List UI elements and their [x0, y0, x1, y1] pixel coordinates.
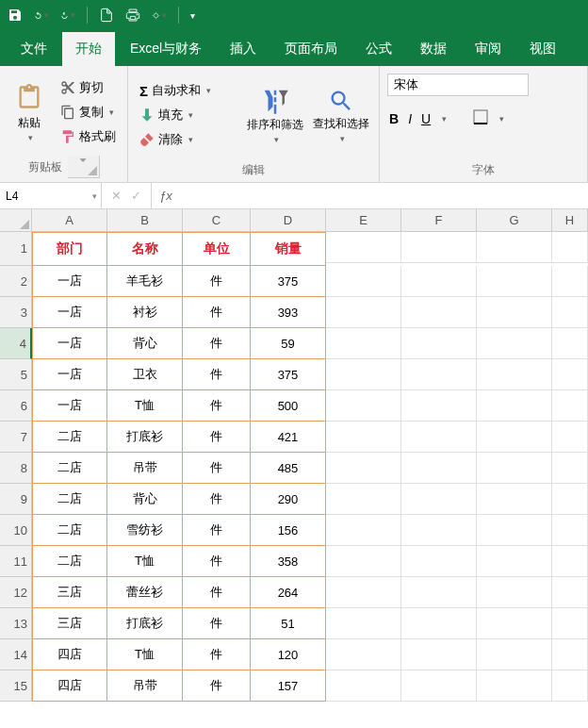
- save-icon[interactable]: [8, 8, 23, 23]
- cell[interactable]: [326, 484, 401, 515]
- cell[interactable]: 雪纺衫: [107, 515, 183, 546]
- cell[interactable]: 二店: [32, 484, 107, 515]
- cell[interactable]: [477, 484, 552, 515]
- cell[interactable]: [326, 359, 401, 390]
- row-header[interactable]: 1: [0, 232, 32, 266]
- cell[interactable]: [401, 232, 477, 263]
- column-header-G[interactable]: G: [477, 209, 552, 232]
- row-header[interactable]: 5: [0, 359, 32, 390]
- cell[interactable]: T恤: [107, 639, 183, 670]
- undo-icon[interactable]: ▾: [34, 8, 49, 23]
- cell[interactable]: [552, 484, 588, 515]
- tab-file[interactable]: 文件: [8, 32, 60, 66]
- name-box[interactable]: L4▾: [0, 183, 102, 208]
- formula-input[interactable]: [180, 183, 588, 208]
- cell[interactable]: 二店: [32, 546, 107, 577]
- copy-button[interactable]: 复制▾: [57, 102, 120, 123]
- cell[interactable]: 358: [251, 546, 326, 577]
- cell[interactable]: [326, 232, 401, 263]
- cell[interactable]: [477, 422, 552, 453]
- cell[interactable]: T恤: [107, 546, 183, 577]
- cell[interactable]: [477, 670, 552, 702]
- cell[interactable]: [552, 390, 588, 422]
- fill-button[interactable]: 填充▾: [136, 105, 239, 125]
- column-header-B[interactable]: B: [107, 209, 183, 232]
- cell[interactable]: [552, 359, 588, 390]
- cell[interactable]: [552, 297, 588, 328]
- cell[interactable]: 销量: [251, 232, 326, 266]
- underline-button[interactable]: U: [421, 111, 431, 126]
- cell[interactable]: 157: [251, 670, 326, 702]
- column-header-D[interactable]: D: [251, 209, 326, 232]
- enter-formula-icon[interactable]: ✓: [131, 189, 141, 203]
- cell[interactable]: 件: [183, 453, 251, 484]
- cell[interactable]: 件: [183, 266, 251, 297]
- row-header[interactable]: 2: [0, 266, 32, 297]
- cell[interactable]: [401, 639, 477, 670]
- cell[interactable]: 吊带: [107, 453, 183, 484]
- row-header[interactable]: 13: [0, 608, 32, 639]
- cell[interactable]: 375: [251, 359, 326, 390]
- cell[interactable]: [326, 297, 401, 328]
- tab-review[interactable]: 审阅: [462, 32, 514, 66]
- cell-grid[interactable]: 部门名称单位销量一店羊毛衫件375一店衬衫件393一店背心件59一店卫衣件375…: [32, 232, 588, 702]
- row-header[interactable]: 12: [0, 577, 32, 608]
- cell[interactable]: [552, 328, 588, 359]
- cell[interactable]: 背心: [107, 328, 183, 359]
- cell[interactable]: [552, 266, 588, 297]
- row-header[interactable]: 14: [0, 639, 32, 670]
- cell[interactable]: 件: [183, 639, 251, 670]
- customize-qat-icon[interactable]: ▾: [190, 8, 205, 23]
- cell[interactable]: [552, 577, 588, 608]
- cell[interactable]: [477, 266, 552, 297]
- cell[interactable]: [477, 639, 552, 670]
- cell[interactable]: 部门: [32, 232, 107, 266]
- cell[interactable]: 件: [183, 577, 251, 608]
- cell[interactable]: 一店: [32, 297, 107, 328]
- cell[interactable]: [326, 608, 401, 639]
- cell[interactable]: 件: [183, 328, 251, 359]
- column-header-E[interactable]: E: [326, 209, 401, 232]
- column-header-A[interactable]: A: [32, 209, 107, 232]
- cell[interactable]: [477, 297, 552, 328]
- cell[interactable]: [552, 232, 588, 263]
- tab-excel-finance[interactable]: Excel与财务: [117, 32, 215, 66]
- cell[interactable]: [477, 515, 552, 546]
- cell[interactable]: [401, 515, 477, 546]
- row-header[interactable]: 4: [0, 328, 32, 359]
- cell[interactable]: 120: [251, 639, 326, 670]
- cell[interactable]: [401, 359, 477, 390]
- cell[interactable]: [326, 453, 401, 484]
- cell[interactable]: [552, 515, 588, 546]
- cell[interactable]: 51: [251, 608, 326, 639]
- cell[interactable]: [552, 546, 588, 577]
- cell[interactable]: 一店: [32, 359, 107, 390]
- cell[interactable]: 156: [251, 515, 326, 546]
- clipboard-launcher-icon[interactable]: ⏷: [68, 156, 100, 178]
- cell[interactable]: [401, 608, 477, 639]
- cell[interactable]: 件: [183, 390, 251, 422]
- column-header-C[interactable]: C: [183, 209, 251, 232]
- bold-button[interactable]: B: [389, 111, 399, 126]
- cell[interactable]: 名称: [107, 232, 183, 266]
- cell[interactable]: [401, 297, 477, 328]
- cell[interactable]: 485: [251, 453, 326, 484]
- cell[interactable]: [401, 670, 477, 702]
- new-doc-icon[interactable]: [99, 8, 114, 23]
- row-header[interactable]: 7: [0, 422, 32, 453]
- cell[interactable]: 背心: [107, 484, 183, 515]
- cell[interactable]: 卫衣: [107, 359, 183, 390]
- tab-page-layout[interactable]: 页面布局: [271, 32, 351, 66]
- tab-view[interactable]: 视图: [516, 32, 569, 66]
- cell[interactable]: [477, 453, 552, 484]
- cell[interactable]: [552, 608, 588, 639]
- sort-filter-button[interactable]: 排序和筛选 ▾: [245, 70, 305, 160]
- cell[interactable]: 件: [183, 670, 251, 702]
- cell[interactable]: [552, 453, 588, 484]
- tab-insert[interactable]: 插入: [217, 32, 270, 66]
- cell[interactable]: 500: [251, 390, 326, 422]
- cell[interactable]: 件: [183, 297, 251, 328]
- cell[interactable]: [477, 608, 552, 639]
- cell[interactable]: 四店: [32, 670, 107, 702]
- cell[interactable]: 件: [183, 359, 251, 390]
